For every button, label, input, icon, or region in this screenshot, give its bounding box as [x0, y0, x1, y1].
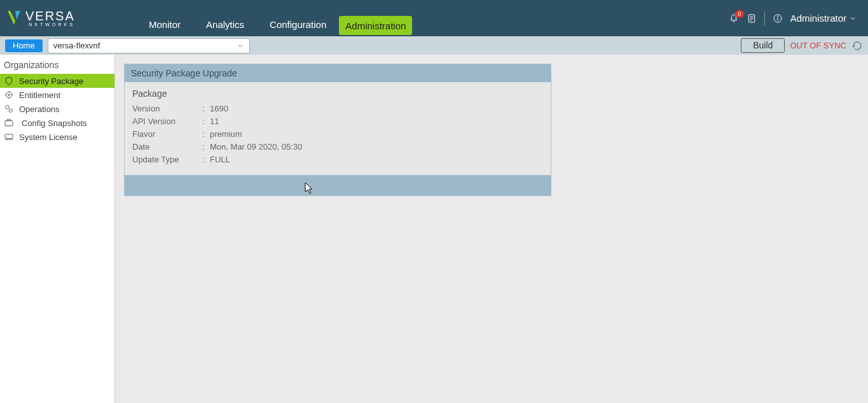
value-update-type: FULL — [210, 153, 543, 166]
svg-rect-15 — [5, 121, 13, 126]
main-nav: Monitor Analytics Configuration Administ… — [136, 0, 412, 36]
nav-tab-monitor[interactable]: Monitor — [136, 13, 193, 35]
entitlement-icon — [4, 90, 14, 100]
appliance-selected-value: versa-flexvnf — [53, 41, 100, 50]
system-license-icon — [4, 132, 14, 142]
row-api-version: API Version : 11 — [132, 115, 543, 128]
nav-tab-configuration[interactable]: Configuration — [257, 13, 339, 35]
security-package-panel: Security Package Upgrade Package Version… — [124, 64, 551, 196]
sidebar: Organizations Security Package Entitleme… — [0, 55, 115, 403]
sidebar-item-label: System License — [19, 132, 111, 142]
sidebar-item-security-package[interactable]: Security Package — [0, 74, 114, 88]
value-date: Mon, Mar 09 2020, 05:30 — [210, 141, 543, 153]
panel-title: Security Package Upgrade — [125, 64, 551, 82]
logo-icon — [6, 10, 22, 27]
nav-tab-administration[interactable]: Administration — [339, 16, 412, 35]
sidebar-heading: Organizations — [0, 57, 114, 74]
security-package-icon — [4, 76, 14, 86]
svg-point-7 — [6, 92, 11, 97]
user-label: Administrator — [790, 13, 846, 24]
svg-rect-17 — [5, 134, 13, 139]
notifications-button[interactable]: 0 — [729, 13, 739, 24]
info-button[interactable] — [773, 13, 783, 24]
svg-point-8 — [8, 94, 10, 96]
config-snapshots-icon — [4, 118, 14, 128]
sidebar-item-label: Config Snapshots — [19, 118, 111, 128]
sidebar-item-entitlement[interactable]: Entitlement — [0, 88, 114, 102]
panel-footer — [125, 175, 551, 195]
tasks-button[interactable] — [747, 13, 757, 24]
row-date: Date : Mon, Mar 09 2020, 05:30 — [132, 141, 543, 153]
svg-rect-16 — [7, 120, 10, 121]
build-button[interactable]: Build — [741, 38, 785, 53]
label-api-version: API Version — [132, 115, 202, 128]
svg-point-14 — [9, 109, 12, 112]
divider — [764, 11, 765, 25]
sidebar-item-label: Security Package — [19, 76, 111, 86]
label-flavor: Flavor — [132, 128, 202, 141]
appliance-select[interactable]: versa-flexvnf — [48, 38, 250, 53]
label-date: Date — [132, 141, 202, 153]
sidebar-item-label: Entitlement — [19, 90, 111, 100]
chevron-down-icon — [237, 42, 244, 50]
info-icon — [773, 13, 783, 24]
brand-sub: NETWORKS — [25, 22, 75, 27]
row-version: Version : 1690 — [132, 103, 543, 115]
refresh-icon[interactable] — [851, 40, 863, 52]
home-button[interactable]: Home — [5, 39, 43, 52]
svg-point-5 — [777, 16, 778, 17]
notification-badge: 0 — [735, 10, 744, 18]
svg-point-13 — [6, 106, 9, 109]
chevron-down-icon — [849, 15, 857, 22]
sidebar-item-operations[interactable]: Operations — [0, 102, 114, 116]
operations-icon — [4, 104, 14, 114]
brand-logo: VERSA NETWORKS — [0, 0, 134, 36]
sidebar-item-system-license[interactable]: System License — [0, 130, 114, 144]
label-version: Version — [132, 103, 202, 115]
clipboard-icon — [747, 13, 757, 24]
sidebar-item-label: Operations — [19, 104, 111, 114]
app-header: VERSA NETWORKS Monitor Analytics Configu… — [0, 0, 868, 36]
row-update-type: Update Type : FULL — [132, 153, 543, 166]
user-menu[interactable]: Administrator — [790, 13, 857, 24]
row-flavor: Flavor : premium — [132, 128, 543, 141]
sync-status: OUT OF SYNC — [790, 41, 846, 50]
value-flavor: premium — [210, 128, 543, 141]
panel-section: Package — [132, 88, 543, 99]
value-version: 1690 — [210, 103, 543, 115]
value-api-version: 11 — [210, 115, 543, 128]
nav-tab-analytics[interactable]: Analytics — [193, 13, 257, 35]
brand-name: VERSA — [25, 10, 75, 22]
toolbar: Home versa-flexvnf Build OUT OF SYNC — [0, 36, 868, 55]
sidebar-item-config-snapshots[interactable]: Config Snapshots — [0, 116, 114, 130]
label-update-type: Update Type — [132, 153, 202, 166]
header-right: 0 Administrator — [729, 0, 868, 36]
content-area: Security Package Upgrade Package Version… — [115, 55, 868, 403]
